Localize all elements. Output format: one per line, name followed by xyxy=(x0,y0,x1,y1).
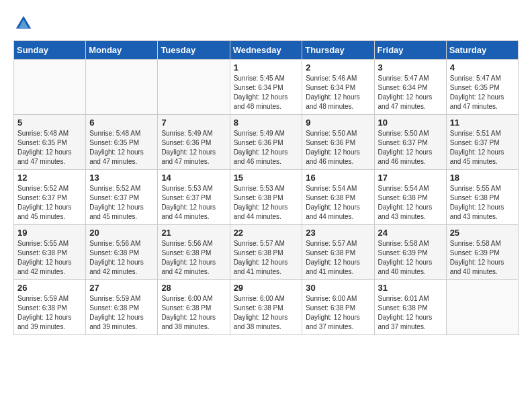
day-info: Sunrise: 5:53 AM Sunset: 6:37 PM Dayligh… xyxy=(161,184,226,222)
calendar-cell: 20Sunrise: 5:56 AM Sunset: 6:38 PM Dayli… xyxy=(86,225,158,280)
day-number: 19 xyxy=(17,228,82,238)
day-info: Sunrise: 5:49 AM Sunset: 6:36 PM Dayligh… xyxy=(234,129,299,167)
day-number: 30 xyxy=(306,283,370,293)
day-info: Sunrise: 5:58 AM Sunset: 6:39 PM Dayligh… xyxy=(378,239,443,277)
calendar-cell: 12Sunrise: 5:52 AM Sunset: 6:37 PM Dayli… xyxy=(14,170,86,225)
logo xyxy=(13,13,36,34)
day-number: 6 xyxy=(89,118,154,128)
day-info: Sunrise: 5:50 AM Sunset: 6:37 PM Dayligh… xyxy=(378,129,443,167)
day-info: Sunrise: 5:55 AM Sunset: 6:38 PM Dayligh… xyxy=(17,239,82,277)
calendar-cell: 18Sunrise: 5:55 AM Sunset: 6:38 PM Dayli… xyxy=(446,170,518,225)
day-info: Sunrise: 5:45 AM Sunset: 6:34 PM Dayligh… xyxy=(234,74,299,111)
calendar-cell: 19Sunrise: 5:55 AM Sunset: 6:38 PM Dayli… xyxy=(14,225,86,280)
calendar-cell: 22Sunrise: 5:57 AM Sunset: 6:38 PM Dayli… xyxy=(230,225,302,280)
calendar-cell: 10Sunrise: 5:50 AM Sunset: 6:37 PM Dayli… xyxy=(374,115,446,170)
day-info: Sunrise: 5:53 AM Sunset: 6:38 PM Dayligh… xyxy=(234,184,299,222)
calendar-cell: 27Sunrise: 5:59 AM Sunset: 6:38 PM Dayli… xyxy=(86,280,158,335)
day-number: 7 xyxy=(161,118,226,128)
day-number: 22 xyxy=(234,228,299,238)
calendar-cell xyxy=(158,60,230,115)
calendar-cell: 6Sunrise: 5:48 AM Sunset: 6:35 PM Daylig… xyxy=(86,115,158,170)
weekday-header: Tuesday xyxy=(158,41,230,60)
day-info: Sunrise: 5:56 AM Sunset: 6:38 PM Dayligh… xyxy=(89,239,154,277)
day-info: Sunrise: 5:51 AM Sunset: 6:37 PM Dayligh… xyxy=(450,129,515,167)
calendar-cell: 3Sunrise: 5:47 AM Sunset: 6:34 PM Daylig… xyxy=(374,60,446,115)
day-number: 14 xyxy=(161,173,226,183)
day-info: Sunrise: 5:59 AM Sunset: 6:38 PM Dayligh… xyxy=(17,294,82,332)
calendar-cell: 14Sunrise: 5:53 AM Sunset: 6:37 PM Dayli… xyxy=(158,170,230,225)
calendar-cell: 13Sunrise: 5:52 AM Sunset: 6:37 PM Dayli… xyxy=(86,170,158,225)
weekday-header: Friday xyxy=(374,41,446,60)
day-info: Sunrise: 5:54 AM Sunset: 6:38 PM Dayligh… xyxy=(306,184,370,222)
calendar-cell: 26Sunrise: 5:59 AM Sunset: 6:38 PM Dayli… xyxy=(14,280,86,335)
day-number: 1 xyxy=(234,62,299,73)
calendar-cell: 24Sunrise: 5:58 AM Sunset: 6:39 PM Dayli… xyxy=(374,225,446,280)
calendar-cell: 16Sunrise: 5:54 AM Sunset: 6:38 PM Dayli… xyxy=(302,170,374,225)
day-number: 24 xyxy=(378,228,443,238)
day-number: 31 xyxy=(378,283,443,293)
day-number: 5 xyxy=(17,118,82,128)
day-number: 27 xyxy=(89,283,154,293)
day-number: 20 xyxy=(89,228,154,238)
calendar-cell: 29Sunrise: 6:00 AM Sunset: 6:38 PM Dayli… xyxy=(230,280,302,335)
weekday-header: Saturday xyxy=(446,41,518,60)
calendar-cell: 7Sunrise: 5:49 AM Sunset: 6:36 PM Daylig… xyxy=(158,115,230,170)
day-info: Sunrise: 6:01 AM Sunset: 6:38 PM Dayligh… xyxy=(378,294,443,332)
day-info: Sunrise: 5:49 AM Sunset: 6:36 PM Dayligh… xyxy=(161,129,226,167)
day-number: 21 xyxy=(161,228,226,238)
day-info: Sunrise: 6:00 AM Sunset: 6:38 PM Dayligh… xyxy=(161,294,226,332)
day-number: 23 xyxy=(306,228,370,238)
calendar-cell: 8Sunrise: 5:49 AM Sunset: 6:36 PM Daylig… xyxy=(230,115,302,170)
day-number: 13 xyxy=(89,173,154,183)
weekday-header: Thursday xyxy=(302,41,374,60)
day-info: Sunrise: 5:59 AM Sunset: 6:38 PM Dayligh… xyxy=(89,294,154,332)
day-info: Sunrise: 5:46 AM Sunset: 6:34 PM Dayligh… xyxy=(306,74,370,111)
day-info: Sunrise: 6:00 AM Sunset: 6:38 PM Dayligh… xyxy=(306,294,370,332)
day-number: 17 xyxy=(378,173,443,183)
day-info: Sunrise: 5:52 AM Sunset: 6:37 PM Dayligh… xyxy=(17,184,82,222)
page-header xyxy=(13,13,519,34)
day-info: Sunrise: 5:57 AM Sunset: 6:38 PM Dayligh… xyxy=(234,239,299,277)
day-info: Sunrise: 5:50 AM Sunset: 6:36 PM Dayligh… xyxy=(306,129,370,167)
day-number: 29 xyxy=(234,283,299,293)
calendar-week-row: 12Sunrise: 5:52 AM Sunset: 6:37 PM Dayli… xyxy=(14,170,519,225)
calendar-cell xyxy=(446,280,518,335)
calendar-cell: 11Sunrise: 5:51 AM Sunset: 6:37 PM Dayli… xyxy=(446,115,518,170)
day-info: Sunrise: 5:47 AM Sunset: 6:35 PM Dayligh… xyxy=(450,74,515,111)
calendar-cell: 17Sunrise: 5:54 AM Sunset: 6:38 PM Dayli… xyxy=(374,170,446,225)
calendar-week-row: 1Sunrise: 5:45 AM Sunset: 6:34 PM Daylig… xyxy=(14,60,519,115)
day-info: Sunrise: 5:56 AM Sunset: 6:38 PM Dayligh… xyxy=(161,239,226,277)
calendar-cell xyxy=(86,60,158,115)
day-info: Sunrise: 5:52 AM Sunset: 6:37 PM Dayligh… xyxy=(89,184,154,222)
day-info: Sunrise: 5:54 AM Sunset: 6:38 PM Dayligh… xyxy=(378,184,443,222)
calendar-week-row: 19Sunrise: 5:55 AM Sunset: 6:38 PM Dayli… xyxy=(14,225,519,280)
calendar-week-row: 26Sunrise: 5:59 AM Sunset: 6:38 PM Dayli… xyxy=(14,280,519,335)
day-number: 25 xyxy=(450,228,515,238)
calendar-cell: 2Sunrise: 5:46 AM Sunset: 6:34 PM Daylig… xyxy=(302,60,374,115)
day-number: 2 xyxy=(306,62,370,73)
day-info: Sunrise: 5:57 AM Sunset: 6:38 PM Dayligh… xyxy=(306,239,370,277)
calendar-cell: 28Sunrise: 6:00 AM Sunset: 6:38 PM Dayli… xyxy=(158,280,230,335)
calendar-week-row: 5Sunrise: 5:48 AM Sunset: 6:35 PM Daylig… xyxy=(14,115,519,170)
calendar-cell: 9Sunrise: 5:50 AM Sunset: 6:36 PM Daylig… xyxy=(302,115,374,170)
calendar-cell: 31Sunrise: 6:01 AM Sunset: 6:38 PM Dayli… xyxy=(374,280,446,335)
day-number: 26 xyxy=(17,283,82,293)
calendar-cell: 15Sunrise: 5:53 AM Sunset: 6:38 PM Dayli… xyxy=(230,170,302,225)
calendar-cell: 21Sunrise: 5:56 AM Sunset: 6:38 PM Dayli… xyxy=(158,225,230,280)
day-number: 15 xyxy=(234,173,299,183)
day-info: Sunrise: 6:00 AM Sunset: 6:38 PM Dayligh… xyxy=(234,294,299,332)
day-number: 11 xyxy=(450,118,515,128)
day-info: Sunrise: 5:48 AM Sunset: 6:35 PM Dayligh… xyxy=(89,129,154,167)
calendar-header-row: SundayMondayTuesdayWednesdayThursdayFrid… xyxy=(14,41,519,60)
day-number: 3 xyxy=(378,62,443,73)
day-number: 16 xyxy=(306,173,370,183)
day-info: Sunrise: 5:58 AM Sunset: 6:39 PM Dayligh… xyxy=(450,239,515,277)
day-number: 4 xyxy=(450,62,515,73)
calendar-cell: 25Sunrise: 5:58 AM Sunset: 6:39 PM Dayli… xyxy=(446,225,518,280)
day-number: 18 xyxy=(450,173,515,183)
calendar-cell xyxy=(14,60,86,115)
calendar-cell: 4Sunrise: 5:47 AM Sunset: 6:35 PM Daylig… xyxy=(446,60,518,115)
calendar-cell: 1Sunrise: 5:45 AM Sunset: 6:34 PM Daylig… xyxy=(230,60,302,115)
logo-icon xyxy=(13,13,34,34)
day-number: 10 xyxy=(378,118,443,128)
